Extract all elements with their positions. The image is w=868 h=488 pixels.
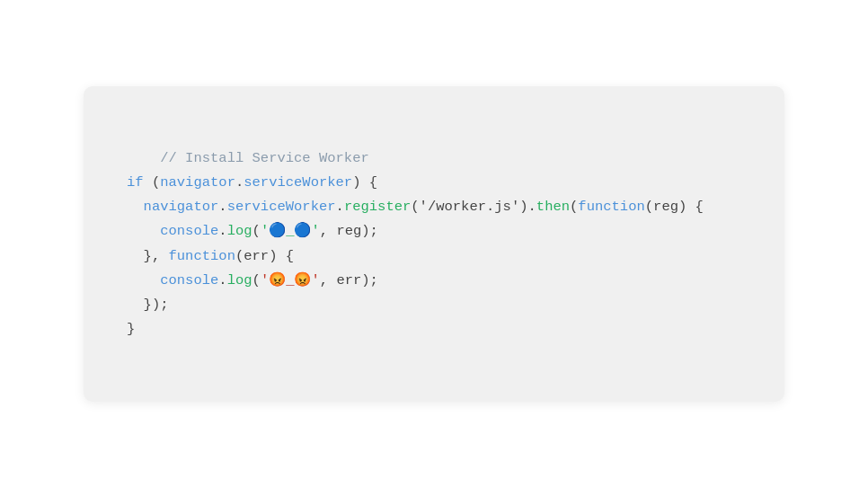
close-if: } (127, 321, 135, 337)
code-block: // Install Service Worker if (navigator.… (127, 122, 741, 366)
console-obj1: console (160, 223, 218, 239)
navigator-obj: navigator (160, 174, 235, 191)
emoji-string2: '😡_😡' (261, 272, 320, 288)
code-card: // Install Service Worker if (navigator.… (84, 86, 784, 402)
function-kw2: function (169, 248, 235, 264)
emoji-string1: '🔵_🔵' (261, 223, 320, 239)
serviceWorker-prop: serviceWorker (244, 174, 352, 191)
function-kw1: function (578, 199, 644, 215)
navigator-obj2: navigator (144, 199, 219, 215)
log-method2: log (227, 272, 252, 288)
log-method1: log (227, 223, 252, 239)
close-then: }); (144, 297, 169, 313)
if-keyword: if (127, 174, 144, 191)
console-obj2: console (160, 272, 218, 288)
register-method: register (344, 199, 411, 215)
then-method: then (536, 199, 570, 215)
comment-line: // Install Service Worker (160, 150, 369, 166)
serviceWorker-prop2: serviceWorker (227, 199, 336, 215)
